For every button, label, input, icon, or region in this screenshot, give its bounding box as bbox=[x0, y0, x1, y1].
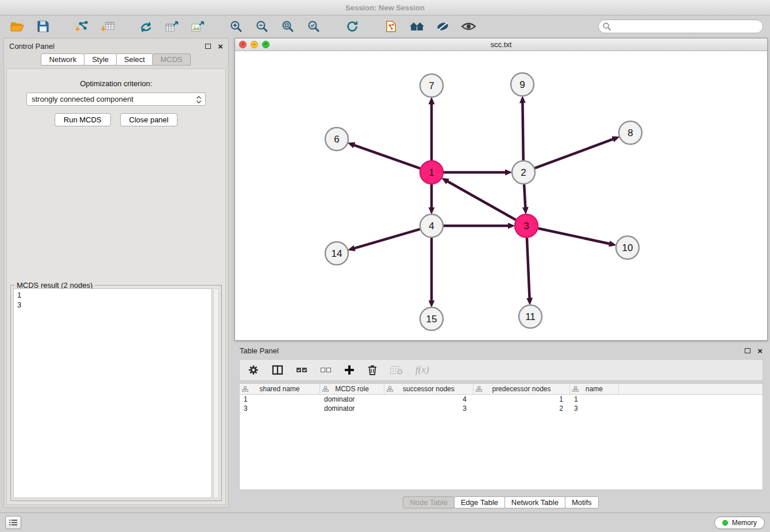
tab-node-table[interactable]: Node Table bbox=[403, 496, 455, 508]
zoom-out-button[interactable] bbox=[252, 18, 272, 35]
node-7[interactable]: 7 bbox=[420, 74, 443, 97]
column-header-shared-name[interactable]: shared name bbox=[240, 384, 320, 394]
export-table-icon bbox=[165, 20, 179, 33]
network-window-titlebar[interactable]: scc.txt × – + bbox=[235, 38, 767, 51]
close-table-panel-icon[interactable]: × bbox=[757, 346, 763, 355]
open-network-view-button[interactable] bbox=[380, 18, 401, 35]
tab-mcds[interactable]: MCDS bbox=[152, 53, 190, 65]
show-all-views-button[interactable] bbox=[406, 18, 427, 35]
tab-motifs[interactable]: Motifs bbox=[565, 496, 599, 508]
result-list-scrollbar[interactable] bbox=[213, 288, 219, 498]
result-item[interactable]: 1 bbox=[17, 290, 208, 300]
zoom-fit-button[interactable] bbox=[278, 18, 298, 35]
close-panel-icon[interactable]: × bbox=[218, 42, 223, 51]
column-header-mcds-role[interactable]: MCDS role bbox=[320, 384, 384, 394]
edge-2-8[interactable] bbox=[535, 139, 613, 168]
tab-select[interactable]: Select bbox=[116, 53, 153, 65]
edge-3-10[interactable] bbox=[538, 228, 610, 244]
network-view-window: scc.txt × – + 7968124314101511 bbox=[234, 38, 768, 341]
tab-network[interactable]: Network bbox=[41, 53, 84, 65]
table-cell: dominator bbox=[320, 395, 384, 403]
select-all-icon bbox=[296, 365, 307, 375]
export-image-button[interactable] bbox=[187, 18, 208, 35]
edge-2-3[interactable] bbox=[524, 184, 525, 207]
export-table-button[interactable] bbox=[161, 18, 182, 35]
function-icon: f(x) bbox=[415, 364, 429, 376]
memory-button[interactable]: Memory bbox=[714, 516, 765, 529]
network-canvas-svg[interactable]: 7968124314101511 bbox=[235, 52, 767, 341]
search-input[interactable] bbox=[598, 20, 763, 33]
minimize-window-button[interactable]: – bbox=[251, 41, 258, 48]
import-table-button[interactable] bbox=[97, 18, 118, 35]
status-bar: Memory bbox=[0, 512, 770, 532]
optimization-criterion-label: Optimization criterion: bbox=[7, 79, 225, 88]
optimization-criterion-dropdown[interactable]: strongly connected component bbox=[26, 92, 206, 106]
table-row[interactable]: 1dominator411 bbox=[240, 395, 763, 404]
result-item[interactable]: 3 bbox=[17, 300, 208, 310]
table-cell: 2 bbox=[473, 404, 570, 413]
show-panels-button[interactable] bbox=[5, 516, 21, 529]
zoom-selected-button[interactable] bbox=[303, 18, 324, 35]
columns-icon bbox=[272, 365, 283, 375]
window-title-bar[interactable]: Session: New Session bbox=[0, 0, 770, 16]
node-9[interactable]: 9 bbox=[511, 73, 534, 96]
style-validator-button[interactable] bbox=[432, 18, 453, 35]
node-label: 6 bbox=[334, 134, 339, 145]
node-2[interactable]: 2 bbox=[512, 161, 535, 184]
add-column-button[interactable] bbox=[344, 365, 355, 375]
node-label: 11 bbox=[525, 311, 536, 322]
edge-3-11[interactable] bbox=[527, 238, 530, 298]
node-label: 4 bbox=[429, 221, 434, 232]
column-header-predecessor-nodes[interactable]: predecessor nodes bbox=[473, 384, 570, 394]
float-table-panel-icon[interactable] bbox=[745, 348, 750, 353]
table-cell: 3 bbox=[384, 404, 473, 413]
node-11[interactable]: 11 bbox=[519, 305, 542, 328]
edge-1-6[interactable] bbox=[354, 145, 420, 168]
node-1[interactable]: 1 bbox=[420, 161, 443, 184]
edge-4-14[interactable] bbox=[355, 229, 420, 248]
column-header-name[interactable]: name bbox=[570, 384, 619, 394]
close-window-button[interactable]: × bbox=[239, 41, 247, 48]
node-14[interactable]: 14 bbox=[325, 242, 348, 265]
delete-column-button[interactable] bbox=[367, 364, 378, 376]
clone-network-button[interactable] bbox=[136, 18, 156, 35]
node-label: 1 bbox=[429, 167, 434, 178]
delete-table-button[interactable] bbox=[390, 365, 403, 375]
run-mcds-button[interactable]: Run MCDS bbox=[55, 113, 111, 126]
table-settings-button[interactable] bbox=[248, 364, 259, 376]
tab-edge-table[interactable]: Edge Table bbox=[454, 496, 505, 508]
tab-network-table[interactable]: Network Table bbox=[505, 496, 565, 508]
node-label: 14 bbox=[332, 248, 342, 259]
apply-layout-button[interactable] bbox=[342, 18, 363, 35]
column-header-successor-nodes[interactable]: successor nodes bbox=[384, 384, 473, 394]
network-canvas[interactable]: 7968124314101511 bbox=[235, 52, 767, 340]
node-6[interactable]: 6 bbox=[325, 128, 348, 151]
show-columns-button[interactable] bbox=[272, 365, 283, 375]
save-session-button[interactable] bbox=[33, 18, 53, 35]
node-4[interactable]: 4 bbox=[420, 214, 443, 237]
select-all-button[interactable] bbox=[296, 365, 307, 375]
control-panel-header: Control Panel × bbox=[4, 38, 228, 53]
open-session-button[interactable] bbox=[7, 18, 28, 35]
toggle-birdseye-button[interactable] bbox=[458, 18, 479, 35]
zoom-window-button[interactable]: + bbox=[262, 41, 270, 48]
node-15[interactable]: 15 bbox=[420, 307, 443, 330]
import-network-button[interactable] bbox=[71, 18, 92, 35]
float-panel-icon[interactable] bbox=[205, 44, 211, 49]
tab-style[interactable]: Style bbox=[84, 53, 117, 65]
column-header-label: shared name bbox=[259, 385, 299, 393]
edge-3-1[interactable] bbox=[448, 182, 516, 220]
zoom-in-button[interactable] bbox=[226, 18, 247, 35]
edge-2-9[interactable] bbox=[522, 103, 523, 160]
deselect-all-button[interactable] bbox=[320, 365, 332, 375]
node-3[interactable]: 3 bbox=[515, 214, 538, 237]
memory-label: Memory bbox=[732, 519, 757, 527]
node-8[interactable]: 8 bbox=[619, 121, 642, 144]
deselect-all-icon bbox=[320, 365, 332, 375]
function-builder-button[interactable]: f(x) bbox=[415, 364, 429, 376]
network-window-title: scc.txt bbox=[235, 40, 767, 49]
node-10[interactable]: 10 bbox=[616, 236, 639, 259]
window-title: Session: New Session bbox=[345, 3, 425, 12]
close-panel-button[interactable]: Close panel bbox=[120, 113, 178, 126]
table-row[interactable]: 3dominator323 bbox=[240, 404, 763, 413]
